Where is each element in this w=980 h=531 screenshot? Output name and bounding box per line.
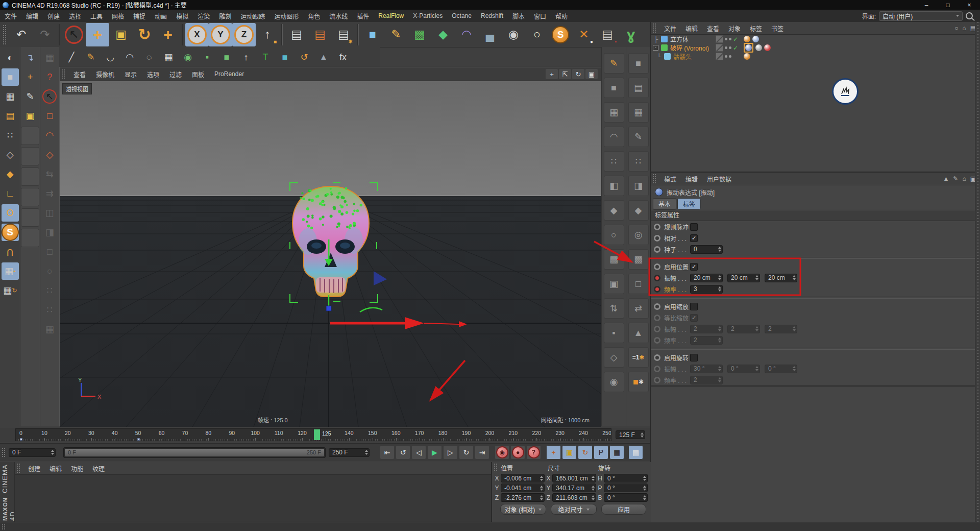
keyframe-circle[interactable] — [654, 354, 660, 361]
tab-标签[interactable]: 标签 — [677, 198, 701, 210]
convert-editable-button[interactable]: ◐ — [2, 49, 19, 66]
om-home-icon[interactable]: ⌂ — [962, 25, 966, 32]
workplane-mode-button[interactable]: ▤ — [2, 107, 19, 125]
field-spinner[interactable] — [718, 377, 721, 382]
spinner-arrows[interactable] — [641, 432, 644, 438]
tool-disabled-3[interactable]: ◫ — [41, 204, 58, 222]
playhead[interactable] — [314, 429, 320, 440]
menu-item-Octane[interactable]: Octane — [447, 12, 476, 19]
viewport-menu-ProRender[interactable]: ProRender — [209, 70, 249, 78]
goto-start-button[interactable]: ⇤ — [380, 445, 395, 460]
circle-spline-tool[interactable]: ◌ — [139, 48, 159, 66]
phong-tag-icon[interactable] — [752, 36, 759, 42]
small-cube-tool[interactable]: ▪ — [198, 48, 217, 66]
bend-deformer-button[interactable]: ◠ — [455, 23, 478, 46]
key-parameter-toggle[interactable]: P — [594, 445, 608, 460]
material-menu-编辑[interactable]: 编辑 — [45, 464, 66, 473]
keyframe-mark[interactable] — [137, 438, 140, 441]
om-menu-书签[interactable]: 书签 — [767, 24, 788, 33]
attribute-value-field[interactable]: 20 cm — [765, 274, 797, 282]
keyframe-circle[interactable] — [654, 263, 660, 270]
field-spinner[interactable] — [755, 326, 758, 331]
vp-zoom-icon[interactable]: ⇱ — [559, 69, 571, 79]
menu-item-捕捉[interactable]: 捕捉 — [129, 12, 150, 20]
solo-mode-button[interactable]: ʘ — [2, 204, 19, 222]
menu-item-动画[interactable]: 动画 — [150, 12, 172, 20]
palette-oct-icon[interactable]: ◇ — [604, 347, 624, 368]
field-spinner[interactable] — [718, 326, 721, 331]
timeline-range-slider[interactable]: 0 F 250 F — [63, 447, 326, 458]
light-button[interactable]: ○ — [525, 23, 549, 46]
expand-toggle[interactable]: - — [653, 45, 658, 51]
spiral-tool[interactable]: ↺ — [295, 48, 314, 66]
keyframe-circle[interactable] — [654, 235, 660, 242]
attribute-value-field[interactable]: 3 — [690, 285, 723, 294]
interface-dropdown[interactable]: 启动 (用户) — [879, 11, 963, 21]
move-tool-palette[interactable]: + — [21, 68, 39, 86]
keyframe-mark[interactable] — [20, 438, 22, 441]
next-frame-button[interactable]: ▷ — [443, 445, 458, 460]
palette2-box-icon[interactable]: □ — [628, 274, 649, 294]
key-position-toggle[interactable]: + — [546, 445, 561, 460]
spline-smooth-tool[interactable]: ◡ — [101, 48, 120, 66]
keyframe-circle[interactable] — [654, 286, 660, 293]
range-fill[interactable]: 0 F 250 F — [65, 449, 324, 456]
menu-item-编辑[interactable]: 编辑 — [21, 12, 43, 20]
am-edit-icon[interactable]: ✎ — [953, 175, 958, 182]
keyframe-circle[interactable] — [654, 326, 660, 332]
goto-end-button[interactable]: ⇥ — [475, 445, 489, 460]
am-menu-用户数据[interactable]: 用户数据 — [702, 175, 736, 183]
snap-magnet-toggle[interactable]: U — [2, 243, 19, 260]
tool-disabled-5[interactable]: □ — [41, 243, 58, 260]
position-y-field[interactable]: -0.041 cm — [501, 484, 545, 492]
palette-arc-icon[interactable]: ◠ — [604, 127, 624, 147]
rect-scale-tool[interactable]: ▣ — [21, 107, 39, 125]
subdivision-surface-button[interactable]: ▩ — [408, 23, 431, 46]
quantize-toggle[interactable]: ▦↻ — [2, 282, 19, 299]
palette2-cube-icon[interactable]: ■ — [628, 53, 649, 74]
lock-x-button[interactable]: X — [185, 23, 209, 46]
minimize-button[interactable]: – — [916, 2, 937, 9]
rotation-h-field[interactable]: 0 ° — [604, 474, 648, 482]
search-icon[interactable] — [966, 12, 973, 19]
viewport-menu-过滤[interactable]: 过滤 — [164, 70, 187, 79]
field-spinner[interactable] — [592, 486, 595, 491]
render-visibility-dot[interactable] — [729, 55, 731, 58]
main-toolbar-grip[interactable] — [3, 25, 7, 44]
field-spinner[interactable] — [592, 495, 595, 500]
move-tool[interactable]: + — [86, 23, 109, 46]
menu-item-创建[interactable]: 创建 — [43, 12, 64, 20]
sky-button[interactable]: S — [549, 23, 572, 46]
position-x-field[interactable]: -0.006 cm — [501, 474, 545, 482]
attribute-value-field[interactable]: 0 ° — [765, 365, 797, 373]
menu-item-帮助[interactable]: 帮助 — [551, 12, 572, 20]
apply-button[interactable]: 应用 — [601, 504, 646, 515]
viewport-canvas[interactable]: 透视视图 — [60, 81, 601, 427]
rotate-tool[interactable]: ↻ — [133, 23, 156, 46]
palette2-half-icon[interactable]: ◨ — [628, 176, 649, 196]
panel-edge-strip[interactable] — [975, 22, 980, 522]
vibrate-tag-icon[interactable] — [745, 44, 752, 51]
view-label[interactable]: 透视视图 — [62, 83, 92, 94]
xpresso-script-tool[interactable]: fx — [333, 48, 353, 66]
tool-disabled-2[interactable]: ⇉ — [41, 185, 58, 202]
field-spinner[interactable] — [718, 286, 721, 292]
palette2-ring-icon[interactable]: ◎ — [628, 225, 649, 245]
object-row[interactable]: ├立方体✓ — [651, 35, 980, 43]
menu-item-X-Particles[interactable]: X-Particles — [408, 12, 447, 19]
om-menu-查看[interactable]: 查看 — [702, 24, 724, 33]
palette-circ-icon[interactable]: ○ — [604, 225, 624, 245]
keyframe-circle[interactable] — [654, 337, 660, 344]
palette2-pen-icon[interactable]: ✎ — [628, 127, 649, 147]
palette-arr-icon[interactable]: ⇅ — [604, 298, 624, 319]
palette2-grid-icon[interactable]: ▦ — [628, 102, 649, 123]
xpresso-icon[interactable]: ↴ — [21, 49, 39, 66]
knife-tool[interactable]: ╱ — [62, 48, 81, 66]
layer-icon[interactable] — [716, 44, 723, 52]
render-visibility-dot[interactable] — [729, 38, 731, 40]
render-visibility-dot[interactable] — [729, 46, 731, 49]
menu-item-网格[interactable]: 网格 — [107, 12, 129, 20]
attribute-value-field[interactable]: 2 — [690, 376, 723, 384]
material-tag-icon[interactable] — [744, 36, 750, 42]
texture-mode-button[interactable]: ▦ — [2, 88, 19, 105]
